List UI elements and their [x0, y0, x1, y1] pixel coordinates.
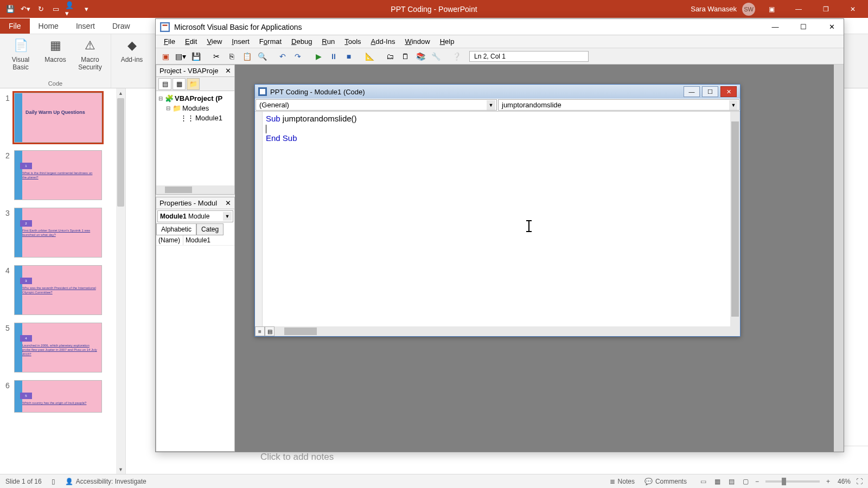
- tab-insert[interactable]: Insert: [67, 18, 104, 34]
- properties-pane-close-icon[interactable]: ✕: [224, 198, 232, 207]
- project-pane-title[interactable]: Project - VBAProje ✕: [156, 65, 234, 77]
- scroll-down-icon[interactable]: ▼: [116, 465, 125, 474]
- macros-button[interactable]: ▦ Macros: [40, 36, 71, 64]
- vbe-title-bar[interactable]: Microsoft Visual Basic for Applications …: [156, 19, 844, 35]
- reading-view-icon[interactable]: ▤: [725, 476, 739, 487]
- code-editor[interactable]: Sub jumptorandomslide() End Sub: [263, 112, 730, 326]
- project-tree[interactable]: ⊟🧩 VBAProject (P ⊟📁 Modules ⋮⋮ Module1: [156, 91, 234, 185]
- full-module-view-icon[interactable]: ▤: [265, 326, 275, 336]
- zoom-level[interactable]: 46%: [838, 478, 851, 485]
- vbe-design-mode-icon[interactable]: 📐: [363, 50, 376, 63]
- vbe-mdi-vscrollbar[interactable]: [834, 65, 844, 452]
- zoom-slider-thumb[interactable]: [782, 478, 786, 485]
- vbe-break-icon[interactable]: ⏸: [327, 50, 340, 63]
- vbe-object-browser-icon[interactable]: 📚: [414, 50, 427, 63]
- zoom-out-icon[interactable]: −: [753, 478, 761, 485]
- addins-button[interactable]: ◆ Add-ins: [117, 36, 147, 64]
- vbe-find-icon[interactable]: 🔍: [256, 50, 269, 63]
- undo-icon[interactable]: ↶▾: [20, 3, 31, 15]
- property-row-name[interactable]: (Name) Module1: [156, 235, 234, 246]
- code-maximize-icon[interactable]: ☐: [702, 86, 718, 97]
- vbe-menu-format[interactable]: Format: [254, 36, 286, 47]
- vbe-menu-tools[interactable]: Tools: [340, 36, 366, 47]
- procedure-combo[interactable]: jumptorandomslide ▼: [498, 99, 739, 111]
- tree-module1[interactable]: ⋮⋮ Module1: [157, 113, 233, 123]
- vbe-toolbox-icon[interactable]: 🔧: [429, 50, 442, 63]
- vbe-redo-icon[interactable]: ↷: [291, 50, 304, 63]
- chevron-down-icon[interactable]: ▼: [223, 212, 232, 221]
- zoom-in-icon[interactable]: +: [824, 478, 832, 485]
- vbe-run-icon[interactable]: ▶: [312, 50, 325, 63]
- vbe-undo-icon[interactable]: ↶: [276, 50, 289, 63]
- vbe-maximize-icon[interactable]: ☐: [796, 21, 811, 34]
- vbe-insert-module-icon[interactable]: ▤▾: [174, 50, 187, 63]
- vbe-properties-icon[interactable]: 🗒: [399, 50, 412, 63]
- scroll-up-icon[interactable]: ▲: [116, 88, 125, 98]
- properties-object-selector[interactable]: Module1 Module ▼: [157, 210, 233, 222]
- vbe-menu-help[interactable]: Help: [435, 36, 459, 47]
- zoom-slider[interactable]: [765, 480, 820, 483]
- fit-to-window-icon[interactable]: ⛶: [856, 478, 863, 485]
- status-accessibility[interactable]: 👤 Accessibility: Investigate: [65, 478, 146, 485]
- touch-mode-icon[interactable]: 👤▾: [65, 3, 77, 15]
- vbe-paste-icon[interactable]: 📋: [240, 50, 253, 63]
- tab-categorized[interactable]: Categ: [196, 223, 224, 235]
- project-hscrollbar[interactable]: [156, 185, 234, 194]
- code-vscrollbar[interactable]: [730, 112, 740, 326]
- code-minimize-icon[interactable]: —: [684, 86, 700, 97]
- code-hscrollbar[interactable]: [275, 326, 730, 336]
- code-window-title-bar[interactable]: PPT Coding - Module1 (Code) — ☐ ✕: [255, 85, 740, 99]
- code-close-icon[interactable]: ✕: [720, 86, 737, 97]
- tab-home[interactable]: Home: [30, 18, 67, 34]
- qat-customize-icon[interactable]: ▾: [80, 3, 92, 15]
- status-comments-button[interactable]: 💬 Comments: [644, 478, 687, 485]
- vbe-menu-window[interactable]: Window: [400, 36, 435, 47]
- vbe-save-icon[interactable]: 💾: [189, 50, 202, 63]
- properties-pane-title[interactable]: Properties - Modul ✕: [156, 197, 234, 209]
- slide-thumbnail-3[interactable]: 2 First Earth orbiter Soviet Union's Spu…: [14, 208, 102, 258]
- macro-security-button[interactable]: ⚠ Macro Security: [75, 36, 105, 72]
- close-icon[interactable]: ✕: [842, 2, 864, 17]
- tab-alphabetic[interactable]: Alphabetic: [156, 223, 196, 235]
- project-hscroll-thumb[interactable]: [165, 187, 192, 193]
- visual-basic-button[interactable]: 📄 Visual Basic: [5, 36, 36, 72]
- vbe-menu-insert[interactable]: Insert: [227, 36, 254, 47]
- vbe-help-icon[interactable]: ❔: [450, 50, 463, 63]
- vbe-menu-file[interactable]: File: [159, 36, 180, 47]
- procedure-view-icon[interactable]: ≡: [255, 326, 265, 336]
- resize-grip-icon[interactable]: [730, 326, 740, 336]
- object-combo[interactable]: (General) ▼: [256, 99, 497, 111]
- slide-thumbnail-5[interactable]: 4 Launched in 2006, which planetary expl…: [14, 323, 102, 373]
- vbe-minimize-icon[interactable]: —: [768, 21, 783, 34]
- tab-file[interactable]: File: [0, 18, 30, 34]
- slide-thumbnail-6[interactable]: 5 Which country has the origin of Inuit …: [14, 380, 102, 413]
- start-from-beginning-icon[interactable]: ▭: [50, 3, 62, 15]
- vbe-reset-icon[interactable]: ■: [342, 50, 355, 63]
- vbe-project-explorer-icon[interactable]: 🗂: [384, 50, 397, 63]
- properties-grid[interactable]: (Name) Module1: [156, 235, 234, 451]
- redo-icon[interactable]: ↻: [35, 3, 47, 15]
- vbe-menu-view[interactable]: View: [202, 36, 227, 47]
- normal-view-icon[interactable]: ▭: [697, 476, 711, 487]
- tree-modules-folder[interactable]: ⊟📁 Modules: [157, 103, 233, 113]
- slide-thumbnail-1[interactable]: Daily Warm Up Questions: [14, 93, 102, 143]
- view-object-icon[interactable]: ▦: [173, 78, 186, 90]
- vbe-copy-icon[interactable]: ⎘: [225, 50, 238, 63]
- tree-project-root[interactable]: ⊟🧩 VBAProject (P: [157, 93, 233, 103]
- slideshow-icon[interactable]: ▢: [739, 476, 753, 487]
- toggle-folders-icon[interactable]: 📁: [187, 78, 200, 90]
- vbe-menu-run[interactable]: Run: [317, 36, 340, 47]
- code-hscroll-thumb[interactable]: [284, 328, 317, 335]
- slide-sorter-icon[interactable]: ▦: [711, 476, 725, 487]
- ribbon-display-options-icon[interactable]: ▣: [761, 2, 782, 17]
- status-language[interactable]: ▯: [52, 478, 55, 485]
- minimize-icon[interactable]: —: [788, 2, 809, 17]
- project-pane-close-icon[interactable]: ✕: [224, 66, 232, 75]
- view-code-icon[interactable]: ▤: [158, 78, 171, 90]
- slide-thumbnail-4[interactable]: 3 Who was the seventh President of the I…: [14, 265, 102, 315]
- vbe-view-powerpoint-icon[interactable]: ▣: [159, 50, 172, 63]
- slide-thumbnail-2[interactable]: 1 What is the third largest continental …: [14, 150, 102, 200]
- scrollbar-thumb[interactable]: [117, 98, 124, 207]
- property-value[interactable]: Module1: [183, 235, 213, 245]
- vbe-close-icon[interactable]: ✕: [824, 21, 839, 34]
